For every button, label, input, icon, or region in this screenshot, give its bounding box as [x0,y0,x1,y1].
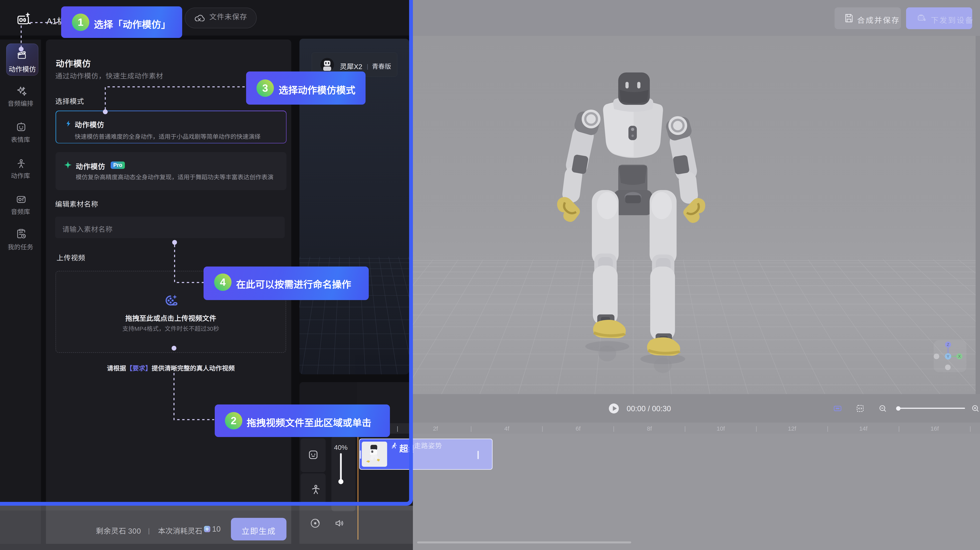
svg-text:X: X [958,354,961,358]
svg-text:Y: Y [947,354,949,358]
svg-text:Z: Z [947,342,949,347]
